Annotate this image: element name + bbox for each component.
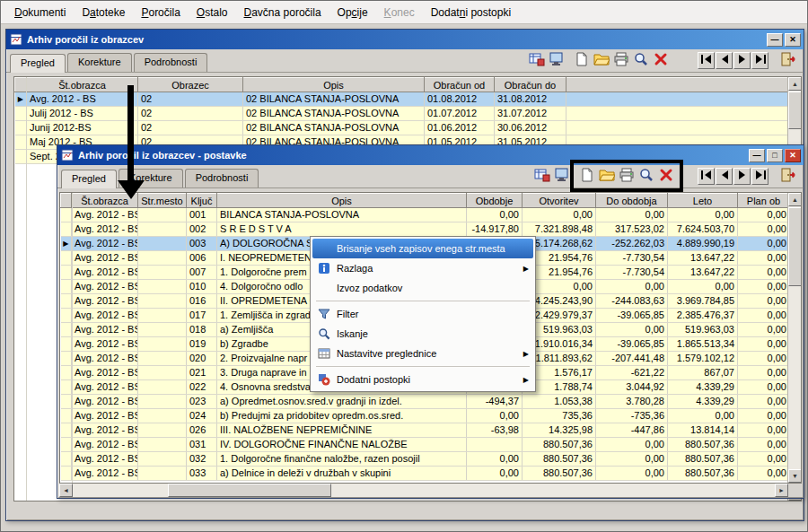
cell-str_mesto[interactable] bbox=[138, 352, 187, 366]
column-header-str-mesto[interactable]: Str.mesto bbox=[138, 194, 187, 208]
cell-st_obrazca[interactable]: Avg. 2012 - BS bbox=[72, 208, 138, 222]
table-row[interactable]: Avg. 2012 - BS023a) Opredmet.osnov.sred.… bbox=[61, 395, 790, 409]
cell-opis[interactable]: 1. Dolgoročne finančne naložbe, razen po… bbox=[217, 452, 467, 467]
hscroll-track[interactable] bbox=[73, 484, 775, 497]
table-row[interactable]: Avg. 2012 - BS001BILANCA STANJA-POSLOVNA… bbox=[61, 208, 790, 222]
zoom-button[interactable] bbox=[631, 50, 651, 70]
menu-item-datoteke[interactable]: Datoteke bbox=[74, 3, 133, 22]
context-menu-item-izvoz-podatkov[interactable]: Izvoz podatkov bbox=[312, 278, 533, 298]
context-menu-item-iskanje[interactable]: Iskanje bbox=[312, 324, 533, 344]
vscroll-thumb[interactable] bbox=[788, 207, 802, 286]
scroll-up-button[interactable]: ▲ bbox=[788, 193, 802, 206]
cell-otvoritev[interactable]: 880.507,36 bbox=[523, 452, 596, 467]
cell-do_obdobja[interactable]: 0,00 bbox=[596, 452, 668, 467]
cell-leto[interactable]: 4.339,29 bbox=[668, 380, 738, 395]
cell-do_obdobja[interactable]: -39.065,85 bbox=[596, 337, 668, 352]
delete-button[interactable] bbox=[656, 166, 676, 186]
tab-pregled[interactable]: Pregled bbox=[61, 170, 117, 188]
hscroll-thumb[interactable] bbox=[168, 484, 331, 497]
delete-button[interactable] bbox=[651, 50, 671, 70]
cell-leto[interactable]: 1.865.513,34 bbox=[668, 337, 738, 352]
cell-plan[interactable]: 0,00 bbox=[738, 395, 790, 409]
cell-st_obrazca[interactable]: Avg. 2012 - BS bbox=[72, 395, 138, 409]
maximize-button[interactable]: □ bbox=[767, 149, 783, 162]
cell-st_obrazca[interactable]: Avg. 2012 - BS bbox=[72, 467, 138, 481]
cell-do_obdobja[interactable]: 3.044,92 bbox=[596, 380, 668, 395]
cell-st_obrazca[interactable]: Julij 2012 - BS bbox=[27, 107, 138, 121]
cell-str_mesto[interactable] bbox=[138, 438, 187, 452]
print-button[interactable] bbox=[617, 166, 637, 186]
monitor-button[interactable] bbox=[552, 166, 572, 186]
cell-leto[interactable]: 880.507,36 bbox=[668, 452, 738, 467]
scroll-left-button[interactable]: ◄ bbox=[59, 484, 73, 497]
cell-leto[interactable]: 0,00 bbox=[668, 409, 738, 423]
cell-plan[interactable]: 0,00 bbox=[738, 380, 790, 395]
cell-kljuc[interactable]: 023 bbox=[187, 395, 217, 409]
column-header-opis[interactable]: Opis bbox=[243, 78, 425, 92]
cell-st_obrazca[interactable]: Avg. 2012 - BS bbox=[72, 266, 138, 280]
cell-st_obrazca[interactable]: Avg. 2012 - BS bbox=[72, 380, 138, 395]
cell-opis[interactable]: III. NALOŽBENE NEPREMIČNINE bbox=[217, 423, 467, 438]
cell-str_mesto[interactable] bbox=[138, 423, 187, 438]
cell-st_obrazca[interactable]: Avg. 2012 - BS bbox=[72, 337, 138, 352]
tab-podrobnosti[interactable]: Podrobnosti bbox=[185, 169, 259, 188]
scroll-right-button[interactable]: ► bbox=[775, 484, 788, 497]
cell-do_obdobja[interactable]: -447,86 bbox=[596, 423, 668, 438]
table-row[interactable]: ▶Avg. 2012 - BS0202 BILANCA STANJA-POSLO… bbox=[15, 92, 790, 107]
cell-otvoritev[interactable]: 880.507,36 bbox=[523, 467, 596, 481]
cell-obdobje[interactable]: 0,00 bbox=[467, 452, 523, 467]
table-row[interactable]: Julij 2012 - BS0202 BILANCA STANJA-POSLO… bbox=[15, 107, 790, 121]
cell-opis[interactable]: BILANCA STANJA-POSLOVNA bbox=[217, 208, 467, 222]
cell-kljuc[interactable]: 001 bbox=[187, 208, 217, 222]
table-row[interactable]: Avg. 2012 - BS033a) Delnice in deleži v … bbox=[61, 467, 790, 481]
cell-leto[interactable]: 13.647,22 bbox=[668, 266, 738, 280]
cell-kljuc[interactable]: 033 bbox=[187, 467, 217, 481]
table-row[interactable]: Junij 2012-BS0202 BILANCA STANJA-POSLOVN… bbox=[15, 121, 790, 135]
datasheet-button[interactable] bbox=[532, 166, 552, 186]
cell-leto[interactable]: 880.507,36 bbox=[668, 467, 738, 481]
cell-str_mesto[interactable] bbox=[138, 452, 187, 467]
menu-item-opcije[interactable]: Opcije bbox=[329, 3, 376, 22]
cell-kljuc[interactable]: 003 bbox=[187, 237, 217, 251]
cell-st_obrazca[interactable]: Avg. 2012 - BS bbox=[72, 309, 138, 323]
nav-first-button[interactable] bbox=[698, 52, 715, 69]
scroll-down-button[interactable]: ▼ bbox=[788, 469, 802, 483]
column-header-leto[interactable]: Leto bbox=[668, 194, 738, 208]
cell-opis[interactable]: 02 BILANCA STANJA-POSLOVNA bbox=[243, 121, 425, 135]
cell-do_obdobja[interactable]: -207.441,48 bbox=[596, 352, 668, 366]
cell-plan[interactable]: 0,00 bbox=[738, 280, 790, 294]
cell-plan[interactable]: 0,00 bbox=[738, 323, 790, 337]
new-document-button[interactable] bbox=[577, 166, 597, 186]
context-menu-item-nastavitve-preglednice[interactable]: Nastavitve preglednice▶ bbox=[312, 344, 533, 363]
cell-otvoritev[interactable]: 1.053,38 bbox=[523, 395, 596, 409]
cell-leto[interactable]: 880.507,36 bbox=[668, 438, 738, 452]
cell-leto[interactable]: 0,00 bbox=[668, 208, 738, 222]
cell-kljuc[interactable]: 024 bbox=[187, 409, 217, 423]
cell-plan[interactable]: 0,00 bbox=[738, 208, 790, 222]
cell-kljuc[interactable]: 032 bbox=[187, 452, 217, 467]
cell-do_obdobja[interactable]: -7.730,54 bbox=[596, 266, 668, 280]
table-row[interactable]: Avg. 2012 - BS031IV. DOLGOROČNE FINANČNE… bbox=[61, 438, 790, 452]
cell-otvoritev[interactable]: 14.325,98 bbox=[523, 423, 596, 438]
cell-plan[interactable]: 0,00 bbox=[738, 251, 790, 266]
menu-item-dav-na-poro-ila[interactable]: Davčna poročila bbox=[236, 3, 329, 22]
cell-kljuc[interactable]: 022 bbox=[187, 380, 217, 395]
table-row[interactable]: Avg. 2012 - BS024b) Predujmi za pridobit… bbox=[61, 409, 790, 423]
cell-opis[interactable]: 02 BILANCA STANJA-POSLOVNA bbox=[243, 107, 425, 121]
cell-opis[interactable]: IV. DOLGOROČNE FINANČNE NALOŽBE bbox=[217, 438, 467, 452]
cell-st_obrazca[interactable]: Avg. 2012 - BS bbox=[72, 294, 138, 309]
cell-st_obrazca[interactable]: Avg. 2012 - BS bbox=[72, 222, 138, 237]
nav-prev-button[interactable] bbox=[716, 168, 733, 185]
cell-do_obdobja[interactable]: -621,22 bbox=[596, 366, 668, 380]
cell-obdobje[interactable]: -494,37 bbox=[467, 395, 523, 409]
cell-obracun_od[interactable]: 01.06.2012 bbox=[425, 121, 495, 135]
cell-st_obrazca[interactable]: Junij 2012-BS bbox=[27, 121, 138, 135]
cell-kljuc[interactable]: 016 bbox=[187, 294, 217, 309]
nav-prev-button[interactable] bbox=[716, 52, 733, 69]
cell-plan[interactable]: 0,00 bbox=[738, 222, 790, 237]
cell-leto[interactable]: 2.385.476,37 bbox=[668, 309, 738, 323]
menu-item-dodatni-postopki[interactable]: Dodatni postopki bbox=[423, 3, 519, 22]
postavke-hscrollbar[interactable]: ◄ ► bbox=[59, 484, 802, 497]
cell-obdobje[interactable]: -14.917,80 bbox=[467, 222, 523, 237]
cell-st_obrazca[interactable]: Avg. 2012 - BS bbox=[72, 366, 138, 380]
